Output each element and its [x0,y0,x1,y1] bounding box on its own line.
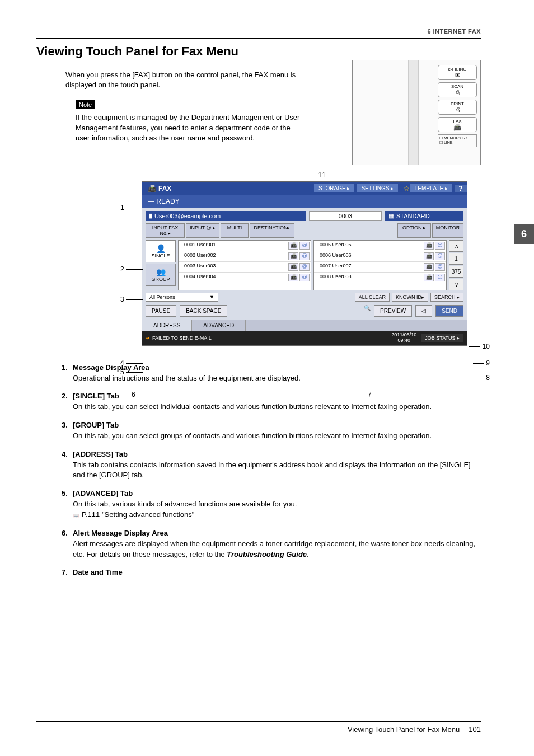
option-button[interactable]: OPTION ▸ [397,223,431,238]
input-at-button[interactable]: INPUT @ ▸ [186,223,219,238]
monitor-button[interactable]: MONITOR [432,223,463,238]
list-item[interactable]: 0002 User002📠@ [179,251,311,262]
at-icon[interactable]: @ [435,252,445,260]
description-list: 1.Message Display AreaOperational instru… [62,363,481,579]
list-item[interactable]: 0005 User005📠@ [314,241,446,251]
page-number: 101 [469,725,481,734]
control-panel-illustration: e-FILING✉ SCAN⎙ PRINT🖨 FAX📠 ☐ MEMORY RX … [352,60,481,165]
intro-text: When you press the [FAX] button on the c… [65,70,312,90]
alert-message: FAILED TO SEND E-MAIL [152,335,212,341]
backspace-button[interactable]: BACK SPACE [180,305,227,317]
fax-icon[interactable]: 📠 [424,242,434,250]
address-tab[interactable]: ADDRESS [142,320,192,331]
efiling-button[interactable]: e-FILING✉ [438,65,477,80]
print-button[interactable]: PRINT🖨 [438,100,477,115]
desc-title: Date and Time [73,568,123,576]
star-icon: ☆ [404,185,410,192]
alert-icon: ➔ [146,335,150,341]
desc-title: [ADVANCED] Tab [73,489,133,497]
at-icon[interactable]: @ [435,263,445,271]
desc-body: This tab contains contacts information s… [73,460,481,481]
callout-4: 4 [120,359,143,367]
desc-title: Alert Message Display Area [73,529,168,537]
group-tab[interactable]: 👥GROUP [146,264,176,286]
list-item[interactable]: 0004 User004📠@ [179,273,311,283]
note-text: If the equipment is managed by the Depar… [76,112,305,143]
callout-2: 2 [120,265,143,273]
at-icon[interactable]: @ [435,242,445,250]
back-button[interactable]: ◁ [415,305,432,317]
known-id-button[interactable]: KNOWN ID▸ [392,293,428,302]
desc-title: [SINGLE] Tab [73,392,119,400]
fax-icon: 📠 [438,124,476,130]
page-indicator: 1 [449,253,463,265]
grid-icon: ▦ [388,212,394,219]
callout-6: 6 [132,391,135,398]
fax-icon[interactable]: 📠 [288,274,298,281]
scan-button[interactable]: SCAN⎙ [438,82,477,97]
group-icon: 👥 [147,267,174,276]
standard-mode[interactable]: ▦STANDARD [385,211,463,221]
preview-button[interactable]: PREVIEW [374,305,412,317]
print-icon: 🖨 [438,106,476,113]
memory-indicator: ☐ MEMORY RX ☐ LINE [438,134,477,147]
footer: Viewing Touch Panel for Fax Menu 101 [36,721,481,734]
storage-tab[interactable]: STORAGE ▸ [314,184,355,192]
all-clear-button[interactable]: ALL CLEAR [355,293,390,302]
chapter-header: 6 INTERNET FAX [36,28,481,35]
fax-icon: 📠 [148,185,156,192]
fax-icon[interactable]: 📠 [424,263,434,271]
advanced-tab[interactable]: ADVANCED [192,320,246,331]
at-icon[interactable]: @ [435,274,445,281]
fax-icon[interactable]: 📠 [424,252,434,260]
callout-9: 9 [473,359,490,367]
fax-icon[interactable]: 📠 [288,263,298,271]
settings-tab[interactable]: SETTINGS ▸ [357,184,398,192]
desc-body: On this tab, you can select groups of co… [73,431,481,442]
persons-dropdown[interactable]: All Persons▼ [146,293,218,302]
input-fax-button[interactable]: INPUT FAX No.▸ [146,223,185,238]
at-icon[interactable]: @ [299,263,310,271]
callout-7: 7 [368,391,372,398]
search-button[interactable]: SEARCH ▸ [430,293,463,302]
rule [36,38,481,39]
list-item[interactable]: 0006 User006📠@ [314,251,446,262]
callout-11: 11 [165,171,479,179]
at-icon[interactable]: @ [299,274,310,281]
dest-number: 0003 [309,211,382,221]
preview-icon: 🔍 [364,305,371,317]
at-icon[interactable]: @ [299,252,310,260]
template-tab[interactable]: TEMPLATE ▸ [410,184,452,192]
pause-button[interactable]: PAUSE [146,305,176,317]
desc-num: 5. [62,489,73,499]
multi-button[interactable]: MULTI [221,223,249,238]
card-icon: ▮ [149,212,152,219]
job-status-button[interactable]: JOB STATUS ▸ [421,334,463,342]
scroll-down-button[interactable]: ∨ [449,279,463,290]
fax-icon[interactable]: 📠 [424,274,434,281]
list-item[interactable]: 0003 User003📠@ [179,262,311,273]
callout-5: 5 [120,368,143,376]
destination-button[interactable]: DESTINATION▸ [250,223,294,238]
contacts-left-column: 0001 User001📠@ 0002 User002📠@ 0003 User0… [178,240,311,290]
fax-button[interactable]: FAX📠 [438,117,477,132]
desc-title: [GROUP] Tab [73,421,119,429]
at-icon[interactable]: @ [299,242,310,250]
send-button[interactable]: SEND [435,305,463,317]
desc-body: On this tab, you can select individual c… [73,402,481,412]
desc-title: [ADDRESS] Tab [73,450,128,458]
list-item[interactable]: 0007 User007📠@ [314,262,446,273]
list-item[interactable]: 0008 User008📠@ [314,273,446,283]
fax-icon[interactable]: 📠 [288,252,298,260]
callout-10: 10 [469,342,490,350]
callout-1: 1 [120,204,143,212]
total-indicator: 375 [449,266,463,278]
fax-icon[interactable]: 📠 [288,242,298,250]
scroll-up-button[interactable]: ∧ [449,240,463,252]
book-icon: 📖 [73,513,79,518]
help-button[interactable]: ? [455,185,467,192]
single-tab[interactable]: 👤SINGLE [146,240,176,262]
touch-screen: 📠FAX STORAGE ▸ SETTINGS ▸ ☆ TEMPLATE ▸ ?… [142,181,467,346]
list-item[interactable]: 0001 User001📠@ [179,241,311,251]
person-icon: 👤 [147,244,174,253]
